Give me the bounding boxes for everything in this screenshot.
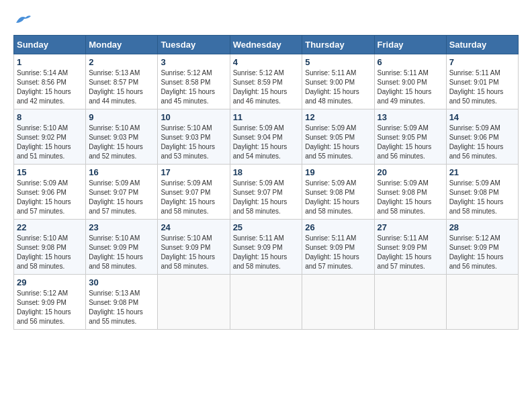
day-info: Sunrise: 5:09 AMSunset: 9:07 PMDaylight:… (233, 179, 287, 215)
day-info: Sunrise: 5:12 AMSunset: 9:09 PMDaylight:… (17, 289, 71, 325)
weekday-header-friday: Friday (374, 36, 446, 54)
day-number: 6 (378, 57, 443, 67)
day-info: Sunrise: 5:09 AMSunset: 9:07 PMDaylight:… (89, 179, 143, 215)
calendar-cell: 22 Sunrise: 5:10 AMSunset: 9:08 PMDaylig… (14, 220, 86, 275)
calendar-cell: 19 Sunrise: 5:09 AMSunset: 9:08 PMDaylig… (302, 165, 374, 220)
day-number: 15 (17, 167, 83, 177)
day-number: 19 (305, 167, 371, 177)
day-number: 23 (89, 222, 154, 232)
day-info: Sunrise: 5:09 AMSunset: 9:07 PMDaylight:… (161, 179, 215, 215)
calendar-cell: 2 Sunrise: 5:13 AMSunset: 8:57 PMDayligh… (86, 54, 158, 109)
calendar-cell: 20 Sunrise: 5:09 AMSunset: 9:08 PMDaylig… (374, 165, 446, 220)
calendar-cell (158, 275, 230, 330)
calendar-cell (374, 275, 446, 330)
calendar-cell: 14 Sunrise: 5:09 AMSunset: 9:06 PMDaylig… (446, 109, 518, 165)
logo (13, 13, 32, 28)
day-number: 27 (378, 222, 443, 232)
day-info: Sunrise: 5:14 AMSunset: 8:56 PMDaylight:… (17, 69, 71, 105)
day-number: 18 (233, 167, 300, 177)
day-info: Sunrise: 5:09 AMSunset: 9:08 PMDaylight:… (449, 179, 504, 215)
day-info: Sunrise: 5:12 AMSunset: 9:09 PMDaylight:… (449, 234, 504, 270)
calendar-cell (230, 275, 302, 330)
day-info: Sunrise: 5:11 AMSunset: 9:01 PMDaylight:… (449, 69, 504, 105)
day-number: 29 (17, 277, 83, 287)
day-number: 8 (17, 112, 83, 122)
calendar-cell: 26 Sunrise: 5:11 AMSunset: 9:09 PMDaylig… (302, 220, 374, 275)
day-number: 20 (378, 167, 443, 177)
weekday-header-saturday: Saturday (446, 36, 518, 54)
day-number: 17 (161, 167, 226, 177)
calendar-week-5: 29 Sunrise: 5:12 AMSunset: 9:09 PMDaylig… (14, 275, 519, 330)
calendar-cell: 30 Sunrise: 5:13 AMSunset: 9:08 PMDaylig… (86, 275, 158, 330)
weekday-header-monday: Monday (86, 36, 158, 54)
calendar-cell: 15 Sunrise: 5:09 AMSunset: 9:06 PMDaylig… (14, 165, 86, 220)
calendar-cell: 3 Sunrise: 5:12 AMSunset: 8:58 PMDayligh… (158, 54, 230, 109)
day-number: 12 (305, 112, 371, 122)
logo-bird-icon (15, 13, 32, 28)
calendar-cell: 16 Sunrise: 5:09 AMSunset: 9:07 PMDaylig… (86, 165, 158, 220)
calendar-cell: 12 Sunrise: 5:09 AMSunset: 9:05 PMDaylig… (302, 109, 374, 165)
day-info: Sunrise: 5:11 AMSunset: 9:00 PMDaylight:… (378, 69, 432, 105)
weekday-header-tuesday: Tuesday (158, 36, 230, 54)
calendar-cell (446, 275, 518, 330)
calendar-cell: 17 Sunrise: 5:09 AMSunset: 9:07 PMDaylig… (158, 165, 230, 220)
day-info: Sunrise: 5:11 AMSunset: 9:09 PMDaylight:… (378, 234, 432, 270)
calendar-week-1: 1 Sunrise: 5:14 AMSunset: 8:56 PMDayligh… (14, 54, 519, 109)
calendar-cell: 23 Sunrise: 5:10 AMSunset: 9:09 PMDaylig… (86, 220, 158, 275)
day-number: 24 (161, 222, 226, 232)
calendar-cell: 11 Sunrise: 5:09 AMSunset: 9:04 PMDaylig… (230, 109, 302, 165)
day-info: Sunrise: 5:09 AMSunset: 9:08 PMDaylight:… (305, 179, 359, 215)
day-info: Sunrise: 5:10 AMSunset: 9:09 PMDaylight:… (89, 234, 143, 270)
day-info: Sunrise: 5:11 AMSunset: 9:00 PMDaylight:… (305, 69, 359, 105)
calendar-cell: 13 Sunrise: 5:09 AMSunset: 9:05 PMDaylig… (374, 109, 446, 165)
day-number: 3 (161, 57, 226, 67)
day-number: 14 (449, 112, 515, 122)
day-number: 2 (89, 57, 154, 67)
calendar-cell: 21 Sunrise: 5:09 AMSunset: 9:08 PMDaylig… (446, 165, 518, 220)
day-number: 1 (17, 57, 83, 67)
calendar-cell: 29 Sunrise: 5:12 AMSunset: 9:09 PMDaylig… (14, 275, 86, 330)
page-header (13, 13, 519, 28)
day-number: 13 (378, 112, 443, 122)
calendar-table: SundayMondayTuesdayWednesdayThursdayFrid… (13, 35, 519, 330)
day-number: 7 (449, 57, 515, 67)
calendar-week-3: 15 Sunrise: 5:09 AMSunset: 9:06 PMDaylig… (14, 165, 519, 220)
calendar-cell: 1 Sunrise: 5:14 AMSunset: 8:56 PMDayligh… (14, 54, 86, 109)
day-info: Sunrise: 5:09 AMSunset: 9:04 PMDaylight:… (233, 124, 287, 160)
calendar-cell: 8 Sunrise: 5:10 AMSunset: 9:02 PMDayligh… (14, 109, 86, 165)
day-number: 25 (233, 222, 300, 232)
day-number: 9 (89, 112, 154, 122)
day-number: 16 (89, 167, 154, 177)
day-info: Sunrise: 5:13 AMSunset: 9:08 PMDaylight:… (89, 289, 143, 325)
weekday-header-thursday: Thursday (302, 36, 374, 54)
calendar-cell: 4 Sunrise: 5:12 AMSunset: 8:59 PMDayligh… (230, 54, 302, 109)
calendar-week-2: 8 Sunrise: 5:10 AMSunset: 9:02 PMDayligh… (14, 109, 519, 165)
day-number: 22 (17, 222, 83, 232)
calendar-cell (302, 275, 374, 330)
day-number: 10 (161, 112, 226, 122)
day-info: Sunrise: 5:13 AMSunset: 8:57 PMDaylight:… (89, 69, 143, 105)
day-number: 30 (89, 277, 154, 287)
calendar-cell: 27 Sunrise: 5:11 AMSunset: 9:09 PMDaylig… (374, 220, 446, 275)
day-number: 5 (305, 57, 371, 67)
day-number: 21 (449, 167, 515, 177)
weekday-header-sunday: Sunday (14, 36, 86, 54)
day-info: Sunrise: 5:09 AMSunset: 9:08 PMDaylight:… (378, 179, 432, 215)
day-number: 28 (449, 222, 515, 232)
day-info: Sunrise: 5:09 AMSunset: 9:06 PMDaylight:… (17, 179, 71, 215)
day-info: Sunrise: 5:09 AMSunset: 9:06 PMDaylight:… (449, 124, 504, 160)
calendar-cell: 5 Sunrise: 5:11 AMSunset: 9:00 PMDayligh… (302, 54, 374, 109)
weekday-header-wednesday: Wednesday (230, 36, 302, 54)
day-info: Sunrise: 5:10 AMSunset: 9:03 PMDaylight:… (89, 124, 143, 160)
day-info: Sunrise: 5:09 AMSunset: 9:05 PMDaylight:… (378, 124, 432, 160)
calendar-week-4: 22 Sunrise: 5:10 AMSunset: 9:08 PMDaylig… (14, 220, 519, 275)
day-info: Sunrise: 5:10 AMSunset: 9:02 PMDaylight:… (17, 124, 71, 160)
day-info: Sunrise: 5:12 AMSunset: 8:59 PMDaylight:… (233, 69, 287, 105)
day-number: 4 (233, 57, 300, 67)
calendar-cell: 24 Sunrise: 5:10 AMSunset: 9:09 PMDaylig… (158, 220, 230, 275)
day-info: Sunrise: 5:10 AMSunset: 9:08 PMDaylight:… (17, 234, 71, 270)
day-info: Sunrise: 5:10 AMSunset: 9:03 PMDaylight:… (161, 124, 215, 160)
day-number: 26 (305, 222, 371, 232)
day-info: Sunrise: 5:10 AMSunset: 9:09 PMDaylight:… (161, 234, 215, 270)
calendar-cell: 6 Sunrise: 5:11 AMSunset: 9:00 PMDayligh… (374, 54, 446, 109)
